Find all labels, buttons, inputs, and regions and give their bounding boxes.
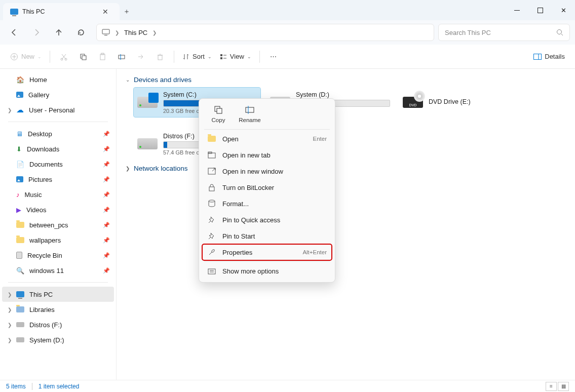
view-list-toggle[interactable]: ≡ — [546, 382, 557, 391]
chevron-right-icon[interactable]: ❯ — [115, 30, 119, 35]
context-item-open[interactable]: OpenEnter — [202, 131, 332, 147]
cut-button[interactable] — [55, 48, 72, 65]
sidebar-item-documents[interactable]: 📄Documents📌 — [2, 156, 114, 172]
more-icon — [207, 267, 216, 275]
sidebar-item-system-d-[interactable]: ❯System (D:) — [2, 332, 114, 347]
context-menu: CopyRenameOpenEnterOpen in new tabOpen i… — [199, 98, 335, 283]
search-box[interactable] — [438, 24, 570, 41]
share-button[interactable] — [132, 48, 149, 65]
sidebar-item-label: Documents — [29, 161, 63, 168]
chevron-right-icon: ❯ — [126, 166, 130, 171]
search-input[interactable] — [445, 29, 552, 36]
context-item-turn-on-bitlocker[interactable]: Turn on BitLocker — [202, 179, 332, 195]
svg-rect-0 — [514, 10, 520, 11]
rename-button[interactable] — [113, 48, 130, 65]
sidebar-item-between-pcs[interactable]: between_pcs📌 — [2, 217, 114, 232]
drive-dvd-drive-e-[interactable]: DVDDVD Drive (E:) — [399, 88, 526, 117]
context-item-properties[interactable]: PropertiesAlt+Enter — [202, 244, 332, 260]
close-window-button[interactable]: ✕ — [552, 0, 575, 20]
sidebar-item-wallpapers[interactable]: wallpapers📌 — [2, 232, 114, 248]
pin-icon: 📌 — [103, 237, 110, 244]
details-button[interactable]: Details — [530, 48, 568, 65]
chevron-right-icon[interactable]: ❯ — [6, 292, 13, 297]
sidebar-item-recycle-bin[interactable]: Recycle Bin📌 — [2, 248, 114, 263]
maximize-button[interactable] — [528, 0, 552, 20]
more-button[interactable]: ⋯ — [265, 48, 282, 65]
new-button[interactable]: New ⌄ — [7, 48, 45, 65]
context-item-open-in-new-window[interactable]: Open in new window — [202, 163, 332, 179]
context-item-label: Show more options — [222, 267, 279, 275]
pin-icon: 📌 — [103, 267, 110, 274]
svg-rect-10 — [82, 56, 86, 60]
pin-icon: 📌 — [103, 146, 110, 152]
context-item-label: Turn on BitLocker — [222, 184, 274, 191]
sidebar-item-gallery[interactable]: Gallery — [2, 87, 114, 102]
sidebar-item-label: Gallery — [28, 91, 49, 99]
context-rename-button[interactable]: Rename — [239, 105, 261, 123]
sidebar-item-videos[interactable]: ▶Videos📌 — [2, 202, 114, 217]
sidebar-item-windows-11[interactable]: 🔍windows 11📌 — [2, 263, 114, 278]
svg-rect-2 — [102, 29, 109, 34]
svg-rect-16 — [220, 54, 222, 56]
chevron-right-icon[interactable]: ❯ — [6, 337, 13, 343]
svg-rect-23 — [217, 108, 222, 113]
svg-rect-15 — [158, 55, 162, 60]
system-drive-icon — [137, 97, 158, 108]
svg-rect-17 — [220, 57, 222, 59]
sidebar-item-distros-f-[interactable]: ❯Distros (F:) — [2, 317, 114, 332]
context-item-pin-to-quick-access[interactable]: Pin to Quick access — [202, 212, 332, 228]
address-bar[interactable]: ❯ This PC ❯ — [96, 24, 434, 41]
chevron-right-icon[interactable]: ❯ — [6, 107, 13, 113]
window-controls: ✕ — [505, 0, 575, 20]
svg-rect-20 — [534, 54, 542, 59]
titlebar: This PC ✕ ＋ ✕ — [0, 0, 575, 20]
group-devices-header[interactable]: ⌄ Devices and drives — [126, 76, 566, 84]
sidebar-item-libraries[interactable]: ❯Libraries — [2, 302, 114, 317]
sidebar-item-pictures[interactable]: Pictures📌 — [2, 172, 114, 187]
sidebar-item-user-personal[interactable]: ❯☁User - Personal — [2, 102, 114, 117]
up-button[interactable] — [50, 23, 68, 42]
window-icon — [207, 168, 216, 175]
sidebar-item-this-pc[interactable]: ❯This PC — [2, 287, 114, 302]
context-item-label: Properties — [222, 249, 252, 256]
tab-active[interactable]: This PC ✕ — [3, 3, 120, 20]
context-item-show-more-options[interactable]: Show more options — [202, 263, 332, 279]
svg-line-29 — [212, 168, 215, 171]
search-icon[interactable] — [556, 29, 563, 36]
context-copy-button[interactable]: Copy — [207, 105, 229, 123]
main-content: ⌄ Devices and drives System (C:)20.3 GB … — [117, 69, 575, 380]
context-item-pin-to-start[interactable]: Pin to Start — [202, 228, 332, 244]
status-selected-count: 1 item selected — [39, 383, 80, 390]
sidebar-item-desktop[interactable]: 🖥Desktop📌 — [2, 126, 114, 141]
sidebar-item-label: Desktop — [28, 130, 52, 138]
chevron-right-icon[interactable]: ❯ — [152, 30, 157, 35]
copy-button[interactable] — [74, 48, 92, 65]
refresh-button[interactable] — [72, 23, 90, 42]
context-item-format-[interactable]: Format... — [202, 195, 332, 212]
breadcrumb-segment[interactable]: This PC — [124, 29, 147, 36]
sidebar-item-label: This PC — [29, 291, 53, 298]
sidebar-item-home[interactable]: 🏠Home — [2, 72, 114, 87]
new-tab-button[interactable]: ＋ — [120, 3, 134, 20]
group-network-header[interactable]: ❯ Network locations — [126, 165, 566, 172]
sidebar-item-downloads[interactable]: ⬇Downloads📌 — [2, 141, 114, 156]
navbar: ❯ This PC ❯ — [0, 20, 575, 45]
hard-drive-icon — [137, 138, 158, 149]
context-item-open-in-new-tab[interactable]: Open in new tab — [202, 147, 332, 163]
minimize-button[interactable] — [505, 0, 528, 20]
back-button[interactable] — [5, 23, 23, 42]
sidebar-item-music[interactable]: ♪Music📌 — [2, 187, 114, 202]
chevron-right-icon[interactable]: ❯ — [6, 307, 13, 312]
sort-button[interactable]: Sort ⌄ — [179, 48, 215, 65]
view-button[interactable]: View ⌄ — [217, 48, 254, 65]
drive-name: System (D:) — [296, 91, 390, 98]
close-tab-button[interactable]: ✕ — [98, 8, 112, 16]
chevron-right-icon[interactable]: ❯ — [6, 322, 13, 328]
delete-button[interactable] — [151, 48, 169, 65]
status-item-count: 5 items — [6, 383, 26, 390]
pin-icon — [207, 216, 216, 224]
forward-button[interactable] — [27, 23, 46, 42]
this-pc-icon — [10, 9, 18, 15]
view-tiles-toggle[interactable]: ▦ — [558, 382, 569, 391]
paste-button[interactable] — [94, 48, 111, 65]
